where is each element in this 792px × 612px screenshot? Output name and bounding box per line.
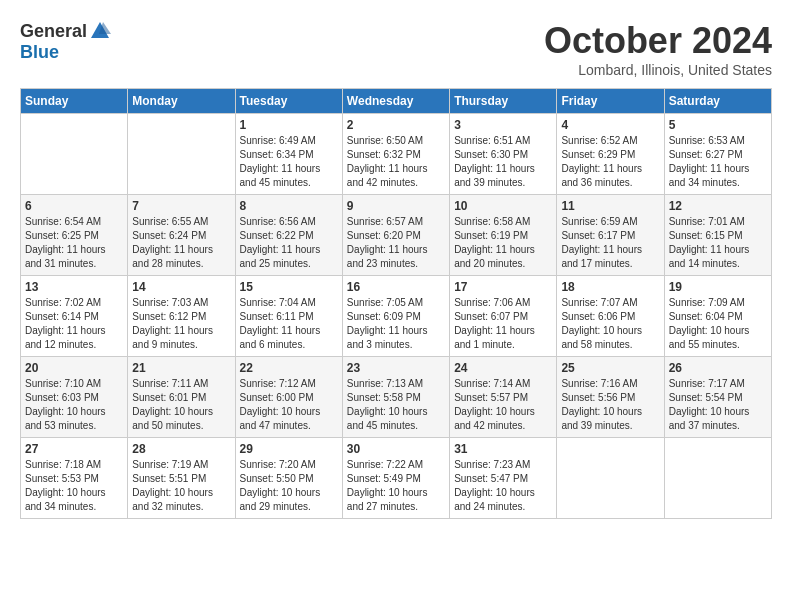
day-number: 20	[25, 361, 123, 375]
day-info: Sunrise: 7:13 AM Sunset: 5:58 PM Dayligh…	[347, 377, 445, 433]
day-number: 15	[240, 280, 338, 294]
logo-blue-text: Blue	[20, 42, 59, 63]
logo: General Blue	[20, 20, 111, 63]
weekday-header: Monday	[128, 89, 235, 114]
calendar-week-row: 1Sunrise: 6:49 AM Sunset: 6:34 PM Daylig…	[21, 114, 772, 195]
day-number: 3	[454, 118, 552, 132]
location-text: Lombard, Illinois, United States	[544, 62, 772, 78]
calendar-cell: 27Sunrise: 7:18 AM Sunset: 5:53 PM Dayli…	[21, 438, 128, 519]
weekday-header: Friday	[557, 89, 664, 114]
day-info: Sunrise: 7:01 AM Sunset: 6:15 PM Dayligh…	[669, 215, 767, 271]
day-number: 12	[669, 199, 767, 213]
calendar-cell: 4Sunrise: 6:52 AM Sunset: 6:29 PM Daylig…	[557, 114, 664, 195]
day-number: 28	[132, 442, 230, 456]
day-info: Sunrise: 7:05 AM Sunset: 6:09 PM Dayligh…	[347, 296, 445, 352]
calendar-cell	[128, 114, 235, 195]
weekday-header: Sunday	[21, 89, 128, 114]
day-number: 13	[25, 280, 123, 294]
day-info: Sunrise: 6:52 AM Sunset: 6:29 PM Dayligh…	[561, 134, 659, 190]
weekday-header: Saturday	[664, 89, 771, 114]
title-area: October 2024 Lombard, Illinois, United S…	[544, 20, 772, 78]
day-number: 29	[240, 442, 338, 456]
calendar-cell: 31Sunrise: 7:23 AM Sunset: 5:47 PM Dayli…	[450, 438, 557, 519]
day-info: Sunrise: 6:55 AM Sunset: 6:24 PM Dayligh…	[132, 215, 230, 271]
calendar-cell: 18Sunrise: 7:07 AM Sunset: 6:06 PM Dayli…	[557, 276, 664, 357]
calendar-week-row: 6Sunrise: 6:54 AM Sunset: 6:25 PM Daylig…	[21, 195, 772, 276]
day-info: Sunrise: 7:10 AM Sunset: 6:03 PM Dayligh…	[25, 377, 123, 433]
day-number: 21	[132, 361, 230, 375]
weekday-header: Tuesday	[235, 89, 342, 114]
calendar-cell: 19Sunrise: 7:09 AM Sunset: 6:04 PM Dayli…	[664, 276, 771, 357]
day-info: Sunrise: 7:11 AM Sunset: 6:01 PM Dayligh…	[132, 377, 230, 433]
day-info: Sunrise: 7:14 AM Sunset: 5:57 PM Dayligh…	[454, 377, 552, 433]
day-info: Sunrise: 6:50 AM Sunset: 6:32 PM Dayligh…	[347, 134, 445, 190]
day-info: Sunrise: 7:09 AM Sunset: 6:04 PM Dayligh…	[669, 296, 767, 352]
day-info: Sunrise: 6:49 AM Sunset: 6:34 PM Dayligh…	[240, 134, 338, 190]
day-number: 4	[561, 118, 659, 132]
day-info: Sunrise: 7:04 AM Sunset: 6:11 PM Dayligh…	[240, 296, 338, 352]
page-header: General Blue October 2024 Lombard, Illin…	[20, 20, 772, 78]
day-number: 17	[454, 280, 552, 294]
day-info: Sunrise: 7:17 AM Sunset: 5:54 PM Dayligh…	[669, 377, 767, 433]
day-number: 8	[240, 199, 338, 213]
day-info: Sunrise: 6:51 AM Sunset: 6:30 PM Dayligh…	[454, 134, 552, 190]
day-number: 22	[240, 361, 338, 375]
calendar-cell	[557, 438, 664, 519]
weekday-header: Wednesday	[342, 89, 449, 114]
calendar-week-row: 27Sunrise: 7:18 AM Sunset: 5:53 PM Dayli…	[21, 438, 772, 519]
calendar-cell: 15Sunrise: 7:04 AM Sunset: 6:11 PM Dayli…	[235, 276, 342, 357]
month-title: October 2024	[544, 20, 772, 62]
calendar-cell: 11Sunrise: 6:59 AM Sunset: 6:17 PM Dayli…	[557, 195, 664, 276]
calendar-cell: 16Sunrise: 7:05 AM Sunset: 6:09 PM Dayli…	[342, 276, 449, 357]
day-info: Sunrise: 7:12 AM Sunset: 6:00 PM Dayligh…	[240, 377, 338, 433]
calendar-cell: 3Sunrise: 6:51 AM Sunset: 6:30 PM Daylig…	[450, 114, 557, 195]
calendar-cell: 30Sunrise: 7:22 AM Sunset: 5:49 PM Dayli…	[342, 438, 449, 519]
day-info: Sunrise: 7:18 AM Sunset: 5:53 PM Dayligh…	[25, 458, 123, 514]
calendar-cell: 28Sunrise: 7:19 AM Sunset: 5:51 PM Dayli…	[128, 438, 235, 519]
day-info: Sunrise: 7:19 AM Sunset: 5:51 PM Dayligh…	[132, 458, 230, 514]
calendar-cell	[21, 114, 128, 195]
weekday-header: Thursday	[450, 89, 557, 114]
day-number: 2	[347, 118, 445, 132]
day-number: 18	[561, 280, 659, 294]
day-number: 7	[132, 199, 230, 213]
day-number: 19	[669, 280, 767, 294]
day-info: Sunrise: 7:07 AM Sunset: 6:06 PM Dayligh…	[561, 296, 659, 352]
day-info: Sunrise: 7:16 AM Sunset: 5:56 PM Dayligh…	[561, 377, 659, 433]
day-number: 31	[454, 442, 552, 456]
day-number: 14	[132, 280, 230, 294]
day-info: Sunrise: 6:59 AM Sunset: 6:17 PM Dayligh…	[561, 215, 659, 271]
calendar-cell: 12Sunrise: 7:01 AM Sunset: 6:15 PM Dayli…	[664, 195, 771, 276]
calendar-cell: 26Sunrise: 7:17 AM Sunset: 5:54 PM Dayli…	[664, 357, 771, 438]
calendar-cell: 22Sunrise: 7:12 AM Sunset: 6:00 PM Dayli…	[235, 357, 342, 438]
day-info: Sunrise: 7:03 AM Sunset: 6:12 PM Dayligh…	[132, 296, 230, 352]
calendar-cell: 25Sunrise: 7:16 AM Sunset: 5:56 PM Dayli…	[557, 357, 664, 438]
day-number: 25	[561, 361, 659, 375]
day-info: Sunrise: 6:56 AM Sunset: 6:22 PM Dayligh…	[240, 215, 338, 271]
day-info: Sunrise: 7:22 AM Sunset: 5:49 PM Dayligh…	[347, 458, 445, 514]
calendar-cell: 23Sunrise: 7:13 AM Sunset: 5:58 PM Dayli…	[342, 357, 449, 438]
calendar-cell: 2Sunrise: 6:50 AM Sunset: 6:32 PM Daylig…	[342, 114, 449, 195]
day-number: 23	[347, 361, 445, 375]
calendar-week-row: 13Sunrise: 7:02 AM Sunset: 6:14 PM Dayli…	[21, 276, 772, 357]
calendar-cell: 24Sunrise: 7:14 AM Sunset: 5:57 PM Dayli…	[450, 357, 557, 438]
day-number: 27	[25, 442, 123, 456]
calendar-cell: 29Sunrise: 7:20 AM Sunset: 5:50 PM Dayli…	[235, 438, 342, 519]
calendar-cell: 7Sunrise: 6:55 AM Sunset: 6:24 PM Daylig…	[128, 195, 235, 276]
day-number: 11	[561, 199, 659, 213]
day-info: Sunrise: 6:54 AM Sunset: 6:25 PM Dayligh…	[25, 215, 123, 271]
day-info: Sunrise: 7:23 AM Sunset: 5:47 PM Dayligh…	[454, 458, 552, 514]
calendar-cell: 14Sunrise: 7:03 AM Sunset: 6:12 PM Dayli…	[128, 276, 235, 357]
calendar-header-row: SundayMondayTuesdayWednesdayThursdayFrid…	[21, 89, 772, 114]
calendar-cell: 8Sunrise: 6:56 AM Sunset: 6:22 PM Daylig…	[235, 195, 342, 276]
calendar-cell: 1Sunrise: 6:49 AM Sunset: 6:34 PM Daylig…	[235, 114, 342, 195]
day-number: 9	[347, 199, 445, 213]
logo-icon	[89, 20, 111, 42]
calendar-cell: 17Sunrise: 7:06 AM Sunset: 6:07 PM Dayli…	[450, 276, 557, 357]
day-number: 10	[454, 199, 552, 213]
day-info: Sunrise: 6:57 AM Sunset: 6:20 PM Dayligh…	[347, 215, 445, 271]
calendar-cell: 13Sunrise: 7:02 AM Sunset: 6:14 PM Dayli…	[21, 276, 128, 357]
day-number: 24	[454, 361, 552, 375]
day-number: 26	[669, 361, 767, 375]
day-number: 16	[347, 280, 445, 294]
